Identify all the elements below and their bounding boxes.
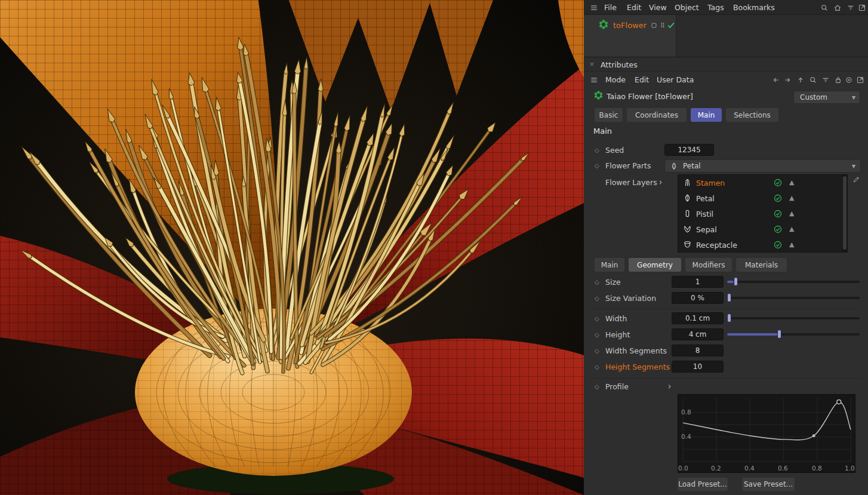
slider-handle[interactable] — [727, 293, 731, 302]
layer-name: Stamen — [696, 179, 725, 187]
close-icon[interactable] — [589, 61, 595, 67]
flower-object-icon — [593, 90, 604, 100]
edit-pencil-icon[interactable] — [852, 176, 860, 183]
layer-name: Petal — [696, 194, 715, 203]
menu-edit[interactable]: Edit — [635, 75, 649, 84]
menu-bookmarks[interactable]: Bookmarks — [733, 3, 775, 12]
layers-scrollbar[interactable] — [842, 175, 847, 252]
layer-enabled-icon[interactable] — [774, 179, 782, 187]
chevron-right-icon[interactable] — [657, 179, 664, 186]
menu-mode[interactable]: Mode — [605, 75, 626, 84]
tab-materials[interactable]: Materials — [736, 258, 787, 272]
size-variation-slider[interactable] — [727, 292, 860, 304]
tab-geometry[interactable]: Geometry — [629, 258, 681, 272]
viewport-3d[interactable] — [0, 0, 584, 495]
layer-solo-icon[interactable]: ▲ — [789, 241, 794, 248]
filter-icon[interactable] — [847, 4, 855, 12]
layer-row-petal[interactable]: Petal ▲ — [678, 190, 847, 206]
tab-basic[interactable]: Basic — [595, 108, 623, 122]
width-segments-input[interactable]: 8 — [672, 345, 724, 356]
tab-modifiers[interactable]: Modifiers — [685, 258, 732, 272]
parent-up-icon[interactable] — [796, 76, 805, 84]
layer-dots-icon[interactable] — [659, 21, 666, 29]
enabled-check-icon[interactable] — [667, 21, 675, 29]
layer-enabled-icon[interactable] — [774, 210, 782, 218]
save-preset-button[interactable]: Save Preset... — [742, 478, 795, 491]
stamen-icon — [683, 178, 692, 187]
width-input[interactable]: 0.1 cm — [672, 312, 724, 324]
tab-geo-main[interactable]: Main — [595, 258, 624, 272]
layer-name: Receptacle — [696, 241, 737, 250]
menu-icon[interactable] — [590, 76, 598, 84]
height-segments-input[interactable]: 10 — [672, 361, 724, 373]
new-panel-icon[interactable] — [856, 76, 864, 84]
history-back-icon[interactable] — [772, 76, 780, 84]
main-menubar: File Edit View Object Tags Bookmarks — [584, 0, 868, 15]
menu-view[interactable]: View — [649, 3, 667, 12]
new-panel-icon[interactable] — [858, 4, 866, 12]
x-tick: 0.2 — [711, 465, 721, 472]
petal-icon — [670, 162, 678, 170]
layer-row-stamen[interactable]: Stamen ▲ — [678, 175, 847, 190]
size-slider[interactable] — [727, 276, 860, 288]
object-title: Taiao Flower [toFlower] — [607, 92, 693, 101]
menu-edit[interactable]: Edit — [627, 3, 641, 12]
layer-enabled-icon[interactable] — [774, 194, 782, 202]
lock-icon[interactable] — [834, 76, 842, 84]
flower-parts-label: Flower Parts — [605, 161, 651, 170]
slider-handle[interactable] — [734, 277, 738, 286]
diamond-icon: ◇ — [595, 383, 599, 390]
height-segments-label: Height Segments — [605, 362, 670, 371]
search-icon[interactable] — [809, 76, 817, 84]
section-title: Main — [593, 127, 612, 136]
separator — [591, 378, 861, 379]
receptacle-icon — [683, 240, 692, 249]
slider-handle[interactable] — [727, 313, 731, 322]
slider-handle[interactable] — [777, 330, 781, 339]
layer-solo-icon[interactable]: ▲ — [789, 194, 794, 202]
menu-icon[interactable] — [590, 4, 598, 12]
search-icon[interactable] — [820, 4, 829, 12]
width-label: Width — [605, 314, 627, 323]
pin-target-icon[interactable] — [845, 76, 853, 84]
layer-row-pistil[interactable]: Pistil ▲ — [678, 206, 847, 222]
size-variation-input[interactable]: 0 % — [672, 292, 724, 304]
layer-name: Pistil — [696, 210, 713, 219]
sepal-icon — [683, 225, 692, 233]
layer-solo-icon[interactable]: ▲ — [789, 210, 794, 217]
menu-file[interactable]: File — [604, 3, 617, 12]
visibility-toggle-icon[interactable] — [651, 22, 657, 29]
layer-enabled-icon[interactable] — [774, 241, 782, 249]
separator — [591, 309, 861, 309]
width-segments-label: Width Segments — [605, 346, 667, 355]
layer-solo-icon[interactable]: ▲ — [789, 225, 794, 233]
home-icon[interactable] — [833, 4, 842, 12]
flower-object-icon[interactable] — [598, 19, 609, 30]
size-input[interactable]: 1 — [672, 276, 724, 288]
height-input[interactable]: 4 cm — [672, 328, 724, 340]
filter-icon[interactable] — [821, 76, 830, 84]
tab-main[interactable]: Main — [691, 108, 722, 122]
tab-selections[interactable]: Selections — [726, 108, 778, 122]
seed-input[interactable]: 12345 — [664, 144, 714, 156]
height-slider[interactable] — [727, 328, 860, 340]
profile-curve[interactable] — [678, 395, 856, 464]
width-slider[interactable] — [727, 312, 860, 324]
profile-curve-editor[interactable]: 0.8 0.4 0.0 0.2 0.4 0.6 0.8 1.0 — [678, 394, 855, 473]
history-forward-icon[interactable] — [783, 76, 792, 84]
diamond-icon: ◇ — [595, 315, 599, 322]
chevron-right-icon[interactable] — [666, 383, 673, 391]
menu-tags[interactable]: Tags — [707, 3, 724, 12]
tab-coordinates[interactable]: Coordinates — [627, 108, 687, 122]
flower-parts-dropdown[interactable]: Petal ▾ — [664, 159, 861, 173]
layer-enabled-icon[interactable] — [774, 225, 782, 233]
object-name[interactable]: toFlower — [613, 21, 647, 30]
preset-dropdown[interactable]: Custom ▾ — [793, 91, 860, 104]
layer-row-receptacle[interactable]: Receptacle ▲ — [678, 237, 847, 253]
load-preset-button[interactable]: Load Preset... — [678, 478, 728, 491]
menu-object[interactable]: Object — [675, 3, 699, 12]
menu-user-data[interactable]: User Data — [657, 75, 694, 84]
diamond-icon: ◇ — [595, 364, 599, 370]
layer-row-sepal[interactable]: Sepal ▲ — [678, 222, 847, 237]
layer-solo-icon[interactable]: ▲ — [789, 179, 794, 186]
